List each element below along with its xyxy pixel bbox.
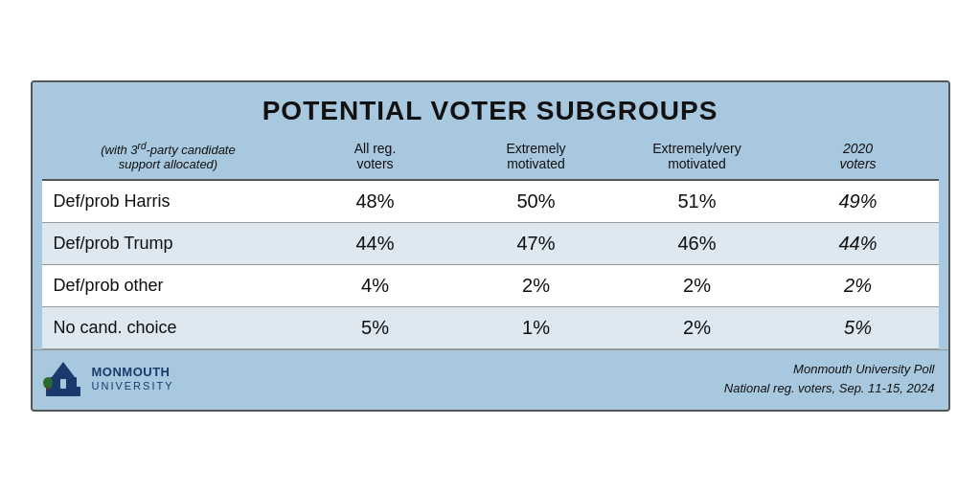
table-row: Def/prob Trump44%47%46%44% <box>42 222 939 264</box>
col-header-label: (with 3rd-party candidatesupport allocat… <box>42 132 295 179</box>
row-data-cell: 44% <box>295 222 456 264</box>
table-row: No cand. choice5%1%2%5% <box>42 306 939 348</box>
row-data-cell: 48% <box>295 180 456 223</box>
row-data-cell: 1% <box>456 306 617 348</box>
card: POTENTIAL VOTER SUBGROUPS (with 3rd-part… <box>31 80 950 411</box>
row-data-cell: 46% <box>617 222 778 264</box>
row-data-cell: 2% <box>617 264 778 306</box>
row-label: Def/prob Harris <box>42 180 295 223</box>
row-label: Def/prob other <box>42 264 295 306</box>
row-data-cell: 44% <box>778 222 939 264</box>
row-label: Def/prob Trump <box>42 222 295 264</box>
citation-line2: National reg. voters, Sep. 11-15, 2024 <box>724 379 935 398</box>
row-data-cell: 2% <box>617 306 778 348</box>
table-row: Def/prob Harris48%50%51%49% <box>42 180 939 223</box>
logo-subname: UNIVERSITY <box>92 380 174 392</box>
col-header-allreg: All reg.voters <box>295 132 456 179</box>
row-data-cell: 4% <box>295 264 456 306</box>
card-header: POTENTIAL VOTER SUBGROUPS <box>33 82 948 132</box>
svg-rect-2 <box>67 377 77 389</box>
row-data-cell: 2% <box>456 264 617 306</box>
row-label: No cand. choice <box>42 306 295 348</box>
svg-rect-7 <box>47 387 49 391</box>
row-data-cell: 2% <box>778 264 939 306</box>
footer: MONMOUTH UNIVERSITY Monmouth University … <box>33 349 948 410</box>
monmouth-logo-icon <box>42 358 84 400</box>
row-data-cell: 50% <box>456 180 617 223</box>
col-header-2020: 2020voters <box>778 132 939 179</box>
row-data-cell: 5% <box>295 306 456 348</box>
row-data-cell: 51% <box>617 180 778 223</box>
row-data-cell: 47% <box>456 222 617 264</box>
row-data-cell: 5% <box>778 306 939 348</box>
data-table: (with 3rd-party candidatesupport allocat… <box>42 132 939 348</box>
svg-rect-5 <box>60 379 66 389</box>
footer-logo: MONMOUTH UNIVERSITY <box>42 358 174 400</box>
footer-citation: Monmouth University Poll National reg. v… <box>724 360 935 397</box>
logo-name: MONMOUTH <box>92 365 174 380</box>
col-header-extremely: Extremelymotivated <box>456 132 617 179</box>
col-header-subtitle: (with 3rd-party candidatesupport allocat… <box>101 143 235 171</box>
col-header-extremely-very: Extremely/verymotivated <box>617 132 778 179</box>
table-wrapper: (with 3rd-party candidatesupport allocat… <box>33 132 948 348</box>
table-row: Def/prob other4%2%2%2% <box>42 264 939 306</box>
card-title: POTENTIAL VOTER SUBGROUPS <box>42 96 939 126</box>
row-data-cell: 49% <box>778 180 939 223</box>
monmouth-logo-text: MONMOUTH UNIVERSITY <box>92 365 174 392</box>
citation-line1: Monmouth University Poll <box>724 360 935 379</box>
svg-marker-4 <box>52 362 75 377</box>
